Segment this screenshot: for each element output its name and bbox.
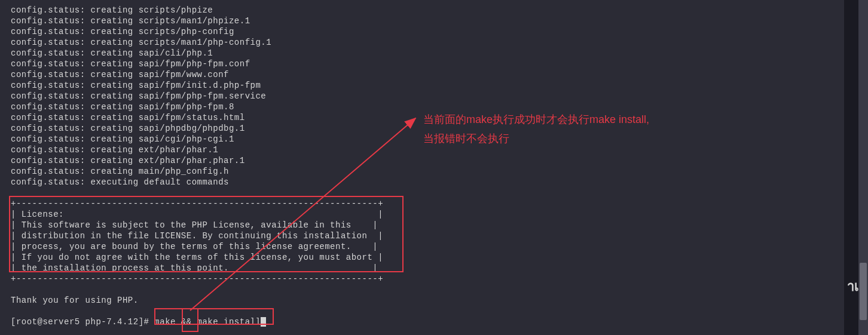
scrollbar-thumb[interactable]	[860, 263, 867, 320]
terminal-output-line: config.status: creating main/php_config.…	[11, 166, 833, 177]
right-panel-edge: าเ	[844, 0, 858, 335]
terminal-output-line: | This software is subject to the PHP Li…	[11, 220, 833, 230]
terminal-output-line: | License: |	[11, 209, 833, 220]
terminal-prompt-line[interactable]: [root@server5 php-7.4.12]# make && make …	[11, 316, 833, 327]
shell-command: make && make install	[154, 317, 261, 327]
terminal-output-line: config.status: creating scripts/man1/php…	[11, 37, 833, 48]
terminal-output-line: config.status: creating sapi/fpm/www.con…	[11, 69, 833, 80]
terminal-output-line: +---------------------------------------…	[11, 198, 833, 209]
terminal-output-line: config.status: creating sapi/fpm/php-fpm…	[11, 59, 833, 69]
terminal-output-line: +---------------------------------------…	[11, 273, 833, 284]
terminal-output-line	[11, 188, 833, 198]
terminal-output-line: config.status: creating ext/phar/phar.ph…	[11, 155, 833, 166]
terminal-output-line: Thank you for using PHP.	[11, 295, 833, 306]
annotation-text-line1: 当前面的make执行成功时才会执行make install,	[423, 112, 649, 127]
terminal-output-line: | distribution in the file LICENSE. By c…	[11, 230, 833, 241]
terminal-output-line: config.status: creating sapi/fpm/init.d.…	[11, 80, 833, 91]
terminal-output-line: config.status: creating sapi/cli/php.1	[11, 48, 833, 59]
scrollbar-track[interactable]	[858, 0, 868, 335]
terminal-output-line: config.status: creating scripts/php-conf…	[11, 26, 833, 37]
terminal-output-line: config.status: executing default command…	[11, 177, 833, 188]
terminal-output-line: | If you do not agree with the terms of …	[11, 252, 833, 263]
terminal-output-line: config.status: creating sapi/fpm/php-fpm…	[11, 91, 833, 102]
terminal-output-line: config.status: creating sapi/phpdbg/phpd…	[11, 123, 833, 134]
terminal-output-line	[11, 284, 833, 295]
terminal-output-line: config.status: creating sapi/fpm/status.…	[11, 112, 833, 123]
terminal-output-line: config.status: creating scripts/man1/php…	[11, 16, 833, 26]
cursor-icon	[261, 317, 266, 327]
terminal-output-line: config.status: creating sapi/fpm/php-fpm…	[11, 102, 833, 112]
terminal-output-line: | the installation process at this point…	[11, 263, 833, 273]
annotation-text-line2: 当报错时不会执行	[423, 131, 509, 146]
terminal-output-line: | process, you are bound by the terms of…	[11, 241, 833, 252]
terminal-window[interactable]: config.status: creating scripts/phpizeco…	[0, 0, 844, 335]
terminal-output: config.status: creating scripts/phpizeco…	[11, 5, 833, 316]
terminal-output-line: config.status: creating sapi/cgi/php-cgi…	[11, 134, 833, 145]
shell-prompt: [root@server5 php-7.4.12]#	[11, 317, 154, 327]
right-edge-text: าเ	[847, 276, 858, 297]
terminal-output-line: config.status: creating scripts/phpize	[11, 5, 833, 16]
terminal-output-line: config.status: creating ext/phar/phar.1	[11, 145, 833, 155]
terminal-output-line	[11, 306, 833, 316]
